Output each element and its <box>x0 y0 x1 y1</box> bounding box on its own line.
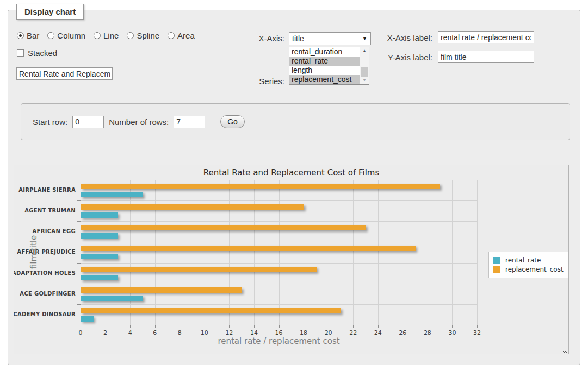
category-label: AFFAIR PREJUDICE <box>17 249 76 255</box>
chart-type-radio-line[interactable]: Line <box>94 31 119 40</box>
y-tick <box>77 221 81 222</box>
bar-replacement_cost-3 <box>81 246 416 251</box>
gridline-x <box>130 180 131 325</box>
gridline-y <box>81 263 477 264</box>
gridline-y <box>81 304 477 305</box>
x-tick-label: 10 <box>196 329 213 336</box>
radio-icon[interactable] <box>47 32 54 39</box>
go-button[interactable]: Go <box>220 115 245 128</box>
bar-replacement_cost-2 <box>81 225 366 230</box>
legend-item-rental_rate: rental_rate <box>493 256 564 264</box>
radio-icon[interactable] <box>168 32 175 39</box>
series-option-rental_duration[interactable]: rental_duration <box>289 47 360 57</box>
x-tick <box>130 325 131 328</box>
gridline-x <box>452 180 453 325</box>
x-axis-label-caption: X-Axis label: <box>378 33 432 42</box>
radio-icon[interactable] <box>94 32 101 39</box>
y-axis-title: film title <box>29 235 39 269</box>
bar-rental_rate-2 <box>81 233 118 239</box>
x-tick <box>106 325 106 328</box>
gridline-x <box>477 180 478 325</box>
gridline-x <box>279 180 280 325</box>
display-chart-panel: Display chart BarColumnLineSplineArea St… <box>8 10 580 365</box>
y-tick <box>77 263 81 264</box>
panel-legend: Display chart <box>16 4 84 20</box>
chart-legend: rental_ratereplacement_cost <box>488 252 568 278</box>
x-tick <box>452 325 453 328</box>
radio-icon[interactable] <box>17 32 24 39</box>
chart-title-input[interactable] <box>16 67 113 80</box>
y-tick <box>77 242 81 242</box>
gridline-x <box>205 180 205 325</box>
bar-rental_rate-0 <box>81 192 143 197</box>
x-tick-label: 6 <box>147 329 163 336</box>
gridline-x <box>155 180 156 325</box>
x-tick <box>81 325 81 328</box>
x-tick <box>205 325 205 328</box>
x-tick-label: 2 <box>97 329 114 336</box>
chart-type-radio-bar[interactable]: Bar <box>17 31 39 40</box>
num-rows-input[interactable] <box>174 116 205 128</box>
series-option-length[interactable]: length <box>289 66 360 75</box>
gridline-x <box>428 180 428 325</box>
y-axis-label-input[interactable] <box>438 51 534 63</box>
gridline-x <box>378 180 379 325</box>
gridline-x <box>254 180 255 325</box>
bar-rental_rate-5 <box>81 296 143 301</box>
x-tick-label: 24 <box>370 329 386 336</box>
x-axis-label-input[interactable] <box>438 31 534 43</box>
x-tick-label: 14 <box>246 329 262 336</box>
series-option-rental_rate[interactable]: rental_rate <box>289 57 360 66</box>
legend-item-replacement_cost: replacement_cost <box>493 266 564 273</box>
x-tick <box>229 325 230 328</box>
start-row-label: Start row: <box>33 117 67 127</box>
x-tick <box>329 325 329 328</box>
gridline-x <box>180 180 180 325</box>
stacked-label: Stacked <box>28 48 57 58</box>
x-tick-label: 28 <box>419 329 436 336</box>
category-label: AIRPLANE SIERRA <box>18 187 76 193</box>
x-tick <box>279 325 280 328</box>
chevron-down-icon: ▼ <box>362 36 367 41</box>
chart-type-radio-column[interactable]: Column <box>47 31 85 40</box>
series-listbox-scrollbar[interactable]: ▲ ▼ <box>360 47 369 84</box>
y-tick <box>77 325 81 325</box>
radio-label: Bar <box>27 31 39 40</box>
category-label: ADAPTATION HOLES <box>14 270 76 276</box>
radio-label: Column <box>57 31 85 40</box>
stacked-checkbox-row[interactable]: Stacked <box>17 48 57 58</box>
start-row-input[interactable] <box>72 116 104 128</box>
y-tick <box>77 284 81 284</box>
series-listbox[interactable]: rental_durationrental_ratelengthreplacem… <box>289 47 369 85</box>
gridline-x <box>106 180 106 325</box>
bar-rental_rate-3 <box>81 254 118 259</box>
x-tick <box>403 325 403 328</box>
chart-container: Rental Rate and Replacement Cost of Film… <box>14 165 569 354</box>
stacked-checkbox[interactable] <box>17 49 24 57</box>
x-tick <box>477 325 478 328</box>
x-tick <box>180 325 180 328</box>
gridline-y <box>81 200 477 201</box>
y-axis-label-caption: Y-Axis label: <box>378 53 432 62</box>
x-tick <box>353 325 354 328</box>
x-tick <box>378 325 379 328</box>
chart-type-radio-area[interactable]: Area <box>168 31 195 40</box>
x-axis-select[interactable]: title ▼ <box>289 32 371 45</box>
gridline-x <box>229 180 230 325</box>
x-tick-label: 16 <box>271 329 287 336</box>
x-tick <box>428 325 428 328</box>
scrollbar-thumb[interactable] <box>361 67 368 77</box>
y-tick <box>77 180 81 180</box>
radio-label: Spline <box>137 31 159 40</box>
chart-type-radio-spline[interactable]: Spline <box>127 31 159 40</box>
x-tick <box>254 325 255 328</box>
radio-icon[interactable] <box>127 32 134 39</box>
gridline-y <box>81 221 477 222</box>
bar-replacement_cost-0 <box>81 184 440 189</box>
scroll-up-icon[interactable]: ▲ <box>360 47 369 55</box>
series-option-replacement_cost[interactable]: replacement_cost <box>289 75 360 84</box>
bar-replacement_cost-1 <box>81 204 304 210</box>
x-tick-label: 18 <box>295 329 312 336</box>
scroll-down-icon[interactable]: ▼ <box>360 77 369 84</box>
y-tick <box>77 200 81 201</box>
